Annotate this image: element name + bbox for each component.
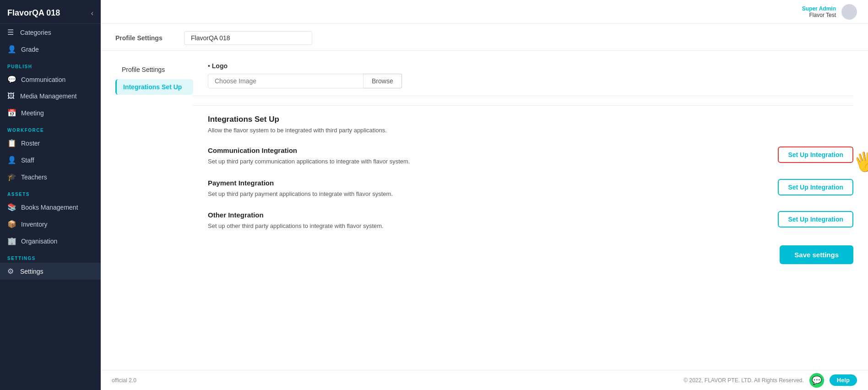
help-button[interactable]: Help <box>830 374 857 386</box>
payment-integration-block: Payment Integration Set up third party p… <box>208 179 853 199</box>
user-name: Flavor Test <box>802 12 836 18</box>
categories-icon: ☰ <box>7 28 16 37</box>
footer-right: © 2022, FLAVOR PTE. LTD. All Rights Rese… <box>684 373 857 388</box>
app-title: FlavorQA 018 <box>7 8 60 18</box>
communication-btn-area: Set Up Integration 🖐 <box>778 146 853 163</box>
whatsapp-button[interactable]: 💬 <box>809 373 824 388</box>
sidebar-item-inventory[interactable]: 📦 Inventory <box>0 216 101 233</box>
profile-settings-label: Profile Settings <box>115 34 175 42</box>
media-icon: 🖼 <box>7 92 16 100</box>
other-setup-button[interactable]: Set Up Integration <box>778 211 853 228</box>
section-workforce: WORKFORCE <box>0 121 101 135</box>
organisation-icon: 🏢 <box>7 237 16 245</box>
teachers-icon: 🎓 <box>7 173 16 181</box>
section-settings: SETTINGS <box>0 249 101 263</box>
content-area: Profile Settings FlavorQA 018 Profile Se… <box>101 24 868 370</box>
sidebar-item-label: Settings <box>20 268 43 275</box>
sidebar-item-label: Media Management <box>20 92 77 100</box>
other-integration-name: Other Integration <box>208 211 483 219</box>
profile-row: Profile Settings FlavorQA 018 <box>101 24 868 51</box>
other-info: Other Integration Set up other third par… <box>208 211 483 231</box>
logo-image-input[interactable] <box>208 74 363 88</box>
inventory-icon: 📦 <box>7 220 16 228</box>
section-assets: ASSETS <box>0 185 101 199</box>
communication-integration-name: Communication Integration <box>208 146 483 154</box>
avatar <box>841 4 857 20</box>
tab-integrations[interactable]: Integrations Set Up <box>115 79 193 95</box>
books-icon: 📚 <box>7 203 16 211</box>
sidebar-item-books-management[interactable]: 📚 Books Management <box>0 199 101 216</box>
roster-icon: 📋 <box>7 139 16 147</box>
settings-tabs: Profile Settings Integrations Set Up <box>115 62 193 275</box>
staff-icon: 👤 <box>7 156 16 164</box>
topbar: Super Admin Flavor Test <box>101 0 868 24</box>
grade-icon: 👤 <box>7 45 16 54</box>
sidebar-item-label: Communication <box>21 76 65 83</box>
collapse-icon[interactable]: ‹ <box>91 9 93 17</box>
communication-setup-button[interactable]: Set Up Integration <box>778 146 853 163</box>
logo-label: Logo <box>212 62 228 70</box>
sidebar-item-label: Staff <box>21 157 34 164</box>
user-role: Super Admin <box>802 5 836 12</box>
other-integration-block: Other Integration Set up other third par… <box>208 211 853 231</box>
sidebar-item-grade[interactable]: 👤 Grade <box>0 41 101 58</box>
cursor-pointer-icon: 🖐 <box>852 149 868 174</box>
sidebar-item-label: Roster <box>21 140 40 147</box>
sidebar-item-organisation[interactable]: 🏢 Organisation <box>0 233 101 249</box>
settings-main: Profile Settings Integrations Set Up • L… <box>101 51 868 275</box>
payment-integration-desc: Set up third party payment applications … <box>208 190 483 199</box>
sidebar-header: FlavorQA 018 ‹ <box>0 0 101 24</box>
payment-info: Payment Integration Set up third party p… <box>208 179 483 199</box>
sidebar-item-staff[interactable]: 👤 Staff <box>0 152 101 168</box>
section-publish: PUBLISH <box>0 58 101 71</box>
sidebar-item-label: Meeting <box>21 109 44 117</box>
payment-setup-button[interactable]: Set Up Integration <box>778 179 853 195</box>
org-name-value: FlavorQA 018 <box>184 31 312 45</box>
sidebar-item-roster[interactable]: 📋 Roster <box>0 135 101 152</box>
communication-info: Communication Integration Set up third p… <box>208 146 483 166</box>
sidebar-item-label: Books Management <box>21 204 78 211</box>
integrations-section: Integrations Set Up Allow the flavor sys… <box>193 115 853 275</box>
sidebar-item-settings[interactable]: ⚙ Settings <box>0 263 101 280</box>
save-settings-button[interactable]: Save settings <box>780 245 853 264</box>
communication-integration-desc: Set up third party communication applica… <box>208 157 483 166</box>
sidebar-item-label: Categories <box>20 29 51 36</box>
sidebar-item-label: Teachers <box>21 173 47 181</box>
user-info: Super Admin Flavor Test <box>802 5 836 18</box>
meeting-icon: 📅 <box>7 108 16 117</box>
communication-integration-block: Communication Integration Set up third p… <box>208 146 853 166</box>
integrations-subtitle: Allow the flavor system to be integrated… <box>208 127 853 134</box>
sidebar-item-categories[interactable]: ☰ Categories <box>0 24 101 41</box>
logo-upload-row: Browse <box>208 74 853 88</box>
sidebar-item-label: Inventory <box>21 221 48 228</box>
sidebar-item-teachers[interactable]: 🎓 Teachers <box>0 168 101 185</box>
payment-integration-name: Payment Integration <box>208 179 483 187</box>
settings-icon: ⚙ <box>7 267 16 276</box>
settings-right: • Logo Browse Integrations Set Up Allow … <box>193 62 853 275</box>
sidebar: FlavorQA 018 ‹ ☰ Categories 👤 Grade PUBL… <box>0 0 101 390</box>
browse-button[interactable]: Browse <box>363 74 402 88</box>
main-area: Super Admin Flavor Test Profile Settings… <box>101 0 868 390</box>
sidebar-item-label: Grade <box>21 46 39 53</box>
footer-copyright: © 2022, FLAVOR PTE. LTD. All Rights Rese… <box>684 377 804 384</box>
tab-profile[interactable]: Profile Settings <box>115 62 193 77</box>
sidebar-item-label: Organisation <box>21 238 57 245</box>
footer-version: official 2.0 <box>112 377 136 384</box>
integrations-title: Integrations Set Up <box>208 115 853 124</box>
footer: official 2.0 © 2022, FLAVOR PTE. LTD. Al… <box>101 370 868 390</box>
sidebar-item-meeting[interactable]: 📅 Meeting <box>0 104 101 121</box>
save-row: Save settings <box>208 245 853 275</box>
communication-icon: 💬 <box>7 75 16 84</box>
settings-panel: Profile Settings FlavorQA 018 Profile Se… <box>101 24 868 370</box>
other-integration-desc: Set up other third party applications to… <box>208 222 483 231</box>
sidebar-item-communication[interactable]: 💬 Communication <box>0 71 101 88</box>
sidebar-item-media-management[interactable]: 🖼 Media Management <box>0 88 101 104</box>
